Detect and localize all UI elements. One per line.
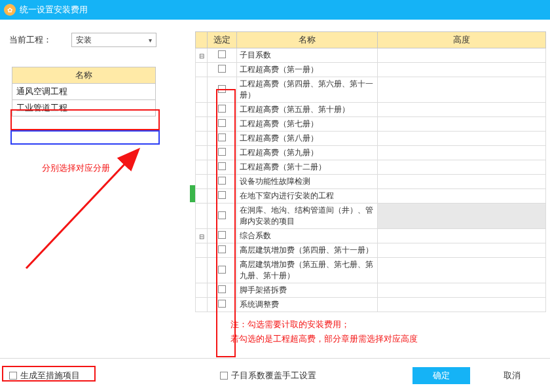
ok-button[interactable]: 确定 (412, 367, 470, 384)
project-row: 当前工程： 安装 ▾ (9, 33, 181, 47)
fee-row[interactable]: 设备功能性故障检测 (196, 175, 546, 189)
generate-checkbox[interactable]: 生成至措施项目 (9, 370, 80, 382)
fee-row[interactable]: 脚手架搭拆费 (196, 283, 546, 298)
height-cell[interactable] (378, 132, 546, 146)
checkbox-icon[interactable] (218, 231, 226, 239)
select-cell[interactable] (208, 243, 237, 258)
fee-table: 选定 名称 高度 ⊟子目系数工程超高费（第一册）工程超高费（第四册、第六册、第十… (195, 31, 546, 312)
height-cell[interactable] (378, 117, 546, 132)
height-cell[interactable] (378, 77, 546, 103)
name-cell: 综合系数 (237, 229, 378, 243)
tree-toggle-cell (196, 283, 208, 298)
tree-toggle-cell[interactable]: ⊟ (196, 229, 208, 243)
checkbox-icon[interactable] (218, 85, 226, 93)
height-cell[interactable] (378, 243, 546, 258)
left-pane: 当前工程： 安装 ▾ 名称 通风空调工程 工业管道工程 (0, 20, 190, 357)
select-cell[interactable] (208, 63, 237, 77)
fee-row[interactable]: 在地下室内进行安装的工程 (196, 189, 546, 204)
collapse-icon[interactable]: ⊟ (199, 52, 204, 60)
checkbox-icon[interactable] (218, 50, 226, 58)
checkbox-icon[interactable] (218, 177, 226, 185)
left-table-row[interactable]: 通风空调工程 (12, 84, 155, 100)
fee-row[interactable]: ⊟综合系数 (196, 229, 546, 243)
checkbox-icon[interactable] (218, 211, 226, 219)
collapse-icon[interactable]: ⊟ (199, 233, 204, 240)
note-line1: 注：勾选需要计取的安装费用； (230, 319, 350, 329)
splitter-handle[interactable] (190, 185, 195, 202)
select-cell[interactable] (208, 117, 237, 132)
height-cell[interactable] (378, 103, 546, 117)
fee-row[interactable]: 高层建筑增加费（第四册、第十一册） (196, 243, 546, 258)
select-cell[interactable] (208, 160, 237, 175)
checkbox-icon[interactable] (218, 300, 226, 308)
note-line2: 若勾选的是工程超高费，部分章册需选择对应高度 (230, 334, 418, 344)
fee-row[interactable]: 工程超高费（第八册） (196, 132, 546, 146)
checkbox-icon[interactable] (218, 245, 226, 253)
height-cell[interactable] (378, 298, 546, 312)
fee-row[interactable]: 工程超高费（第九册） (196, 146, 546, 160)
select-cell[interactable] (208, 229, 237, 243)
select-cell[interactable] (208, 146, 237, 160)
fee-row[interactable]: 在洞库、地沟、结构管道间（井）、管廊内安装的项目 (196, 204, 546, 229)
left-table: 名称 通风空调工程 工业管道工程 (12, 67, 156, 116)
checkbox-icon[interactable] (218, 65, 226, 73)
select-cell[interactable] (208, 204, 237, 229)
name-cell: 工程超高费（第九册） (237, 146, 378, 160)
tree-toggle-cell (196, 204, 208, 229)
checkbox-icon[interactable] (218, 162, 226, 170)
select-cell[interactable] (208, 132, 237, 146)
fee-row[interactable]: 工程超高费（第五册、第十册） (196, 103, 546, 117)
generate-label: 生成至措施项目 (20, 370, 80, 382)
height-cell[interactable] (378, 48, 546, 63)
right-pane: 选定 名称 高度 ⊟子目系数工程超高费（第一册）工程超高费（第四册、第六册、第十… (195, 31, 546, 346)
height-cell[interactable] (378, 146, 546, 160)
name-cell: 工程超高费（第七册） (237, 117, 378, 132)
fee-row[interactable]: 工程超高费（第七册） (196, 117, 546, 132)
select-cell[interactable] (208, 258, 237, 283)
footer: 生成至措施项目 子目系数覆盖手工设置 确定 取消 (0, 358, 550, 392)
checkbox-icon (9, 372, 17, 380)
checkbox-icon[interactable] (218, 191, 226, 199)
fee-row[interactable]: 工程超高费（第一册） (196, 63, 546, 77)
checkbox-icon[interactable] (218, 148, 226, 156)
tree-toggle-cell (196, 63, 208, 77)
hint-text: 分别选择对应分册 (42, 162, 110, 174)
override-checkbox[interactable]: 子目系数覆盖手工设置 (220, 370, 316, 382)
tree-toggle-cell (196, 103, 208, 117)
height-cell[interactable] (378, 283, 546, 298)
height-cell[interactable] (378, 204, 546, 229)
fee-row[interactable]: 工程超高费（第四册、第六册、第十一册） (196, 77, 546, 103)
select-cell[interactable] (208, 77, 237, 103)
fee-row[interactable]: 高层建筑增加费（第五册、第七册、第九册、第十册） (196, 258, 546, 283)
tree-toggle-cell[interactable]: ⊟ (196, 48, 208, 63)
height-cell[interactable] (378, 229, 546, 243)
height-cell[interactable] (378, 189, 546, 204)
select-cell[interactable] (208, 48, 237, 63)
select-cell[interactable] (208, 189, 237, 204)
content: 当前工程： 安装 ▾ 名称 通风空调工程 工业管道工程 选定 名称 (0, 20, 550, 357)
select-cell[interactable] (208, 298, 237, 312)
note-text: 注：勾选需要计取的安装费用； 若勾选的是工程超高费，部分章册需选择对应高度 (230, 317, 546, 346)
height-cell[interactable] (378, 175, 546, 189)
name-cell: 工程超高费（第一册） (237, 63, 378, 77)
app-icon: ✿ (4, 4, 16, 16)
height-cell[interactable] (378, 63, 546, 77)
fee-row[interactable]: ⊟子目系数 (196, 48, 546, 63)
checkbox-icon[interactable] (218, 134, 226, 141)
override-label: 子目系数覆盖手工设置 (231, 370, 316, 382)
name-cell: 高层建筑增加费（第四册、第十一册） (237, 243, 378, 258)
fee-row[interactable]: 系统调整费 (196, 298, 546, 312)
fee-row[interactable]: 工程超高费（第十二册） (196, 160, 546, 175)
checkbox-icon[interactable] (218, 119, 226, 127)
select-cell[interactable] (208, 175, 237, 189)
checkbox-icon[interactable] (218, 105, 226, 113)
select-cell[interactable] (208, 283, 237, 298)
project-select[interactable]: 安装 ▾ (71, 33, 156, 47)
cancel-button[interactable]: 取消 (483, 367, 541, 384)
select-cell[interactable] (208, 103, 237, 117)
left-table-row[interactable]: 工业管道工程 (12, 100, 155, 116)
height-cell[interactable] (378, 258, 546, 283)
height-cell[interactable] (378, 160, 546, 175)
checkbox-icon[interactable] (218, 285, 226, 293)
checkbox-icon[interactable] (218, 266, 226, 274)
